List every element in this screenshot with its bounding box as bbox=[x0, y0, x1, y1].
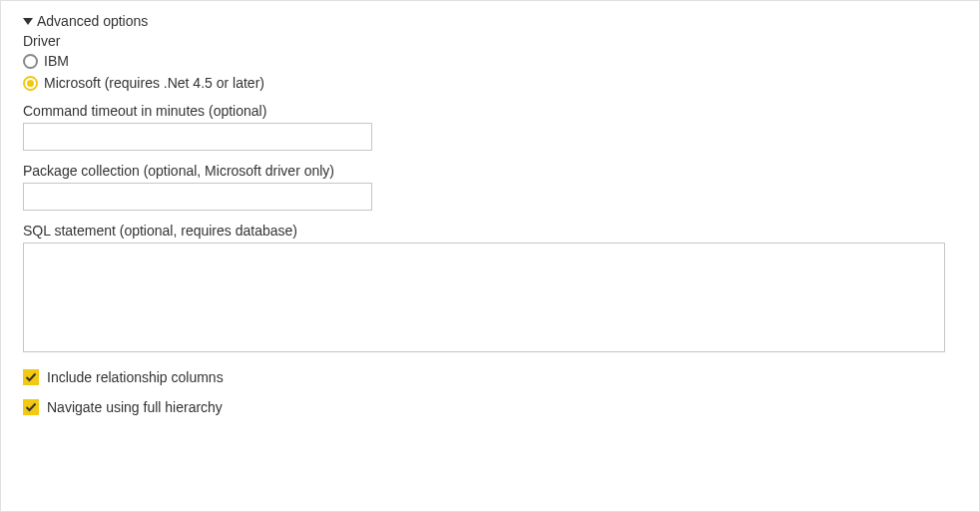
timeout-input[interactable] bbox=[23, 123, 372, 151]
hierarchy-checkbox[interactable]: Navigate using full hierarchy bbox=[23, 399, 957, 415]
hierarchy-label: Navigate using full hierarchy bbox=[47, 399, 223, 415]
timeout-label: Command timeout in minutes (optional) bbox=[23, 103, 957, 119]
package-input[interactable] bbox=[23, 183, 372, 211]
advanced-options-panel: Advanced options Driver IBM Microsoft (r… bbox=[0, 0, 980, 512]
sql-label: SQL statement (optional, requires databa… bbox=[23, 223, 957, 239]
sql-input[interactable] bbox=[23, 243, 945, 352]
package-label: Package collection (optional, Microsoft … bbox=[23, 163, 957, 179]
driver-label: Driver bbox=[23, 33, 957, 49]
radio-label-microsoft: Microsoft (requires .Net 4.5 or later) bbox=[44, 75, 264, 91]
radio-icon bbox=[23, 54, 38, 69]
driver-radio-ibm[interactable]: IBM bbox=[23, 53, 957, 69]
expander-title: Advanced options bbox=[37, 13, 148, 29]
relationship-checkbox[interactable]: Include relationship columns bbox=[23, 369, 957, 385]
checkbox-checked-icon bbox=[23, 399, 39, 415]
driver-radio-microsoft[interactable]: Microsoft (requires .Net 4.5 or later) bbox=[23, 75, 957, 91]
checkbox-checked-icon bbox=[23, 369, 39, 385]
caret-down-icon bbox=[23, 18, 33, 25]
radio-label-ibm: IBM bbox=[44, 53, 69, 69]
relationship-label: Include relationship columns bbox=[47, 369, 224, 385]
radio-selected-icon bbox=[23, 76, 38, 91]
advanced-options-toggle[interactable]: Advanced options bbox=[23, 13, 957, 29]
